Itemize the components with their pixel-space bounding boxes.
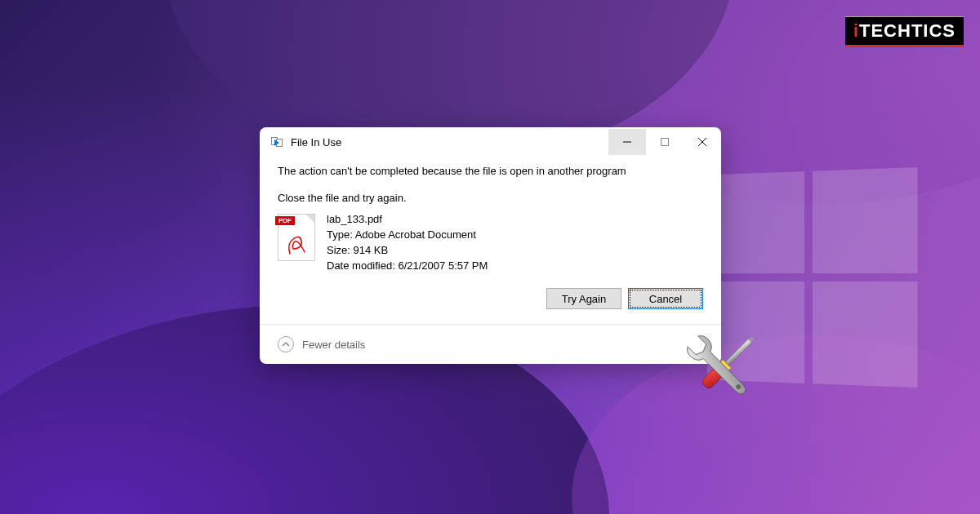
try-again-button[interactable]: Try Again bbox=[546, 288, 621, 309]
watermark-accent: i bbox=[853, 20, 859, 41]
site-watermark: iTECHTICS bbox=[845, 16, 964, 47]
instruction-text: Close the file and try again. bbox=[278, 192, 703, 204]
watermark-text: TECHTICS bbox=[859, 20, 956, 41]
pdf-badge: PDF bbox=[275, 216, 295, 225]
pdf-file-icon: PDF bbox=[278, 214, 315, 261]
chevron-up-icon[interactable] bbox=[278, 336, 294, 352]
maximize-button[interactable] bbox=[646, 129, 684, 155]
file-type: Type: Adobe Acrobat Document bbox=[327, 228, 488, 243]
file-size: Size: 914 KB bbox=[327, 243, 488, 259]
dialog-footer: Fewer details bbox=[260, 324, 721, 364]
error-message: The action can't be completed because th… bbox=[278, 165, 703, 177]
close-button[interactable] bbox=[684, 129, 721, 155]
file-info-row: PDF lab_133.pdf Type: Adobe Acrobat Docu… bbox=[278, 212, 703, 273]
file-details: lab_133.pdf Type: Adobe Acrobat Document… bbox=[327, 212, 488, 273]
window-controls bbox=[608, 129, 721, 155]
dialog-titlebar[interactable]: File In Use bbox=[260, 127, 721, 157]
file-in-use-dialog: File In Use The action can't be complete… bbox=[260, 127, 721, 364]
dialog-button-row: Try Again Cancel bbox=[278, 288, 703, 309]
file-transfer-icon bbox=[271, 135, 284, 148]
svg-rect-1 bbox=[662, 139, 669, 146]
minimize-button[interactable] bbox=[608, 129, 646, 155]
fewer-details-link[interactable]: Fewer details bbox=[302, 339, 365, 351]
svg-rect-4 bbox=[725, 339, 752, 366]
wrench-screwdriver-icon bbox=[676, 325, 766, 414]
dialog-body: The action can't be completed because th… bbox=[260, 157, 721, 324]
file-modified: Date modified: 6/21/2007 5:57 PM bbox=[327, 259, 488, 274]
file-name: lab_133.pdf bbox=[327, 212, 488, 228]
dialog-title: File In Use bbox=[291, 136, 608, 148]
cancel-button[interactable]: Cancel bbox=[628, 288, 703, 309]
